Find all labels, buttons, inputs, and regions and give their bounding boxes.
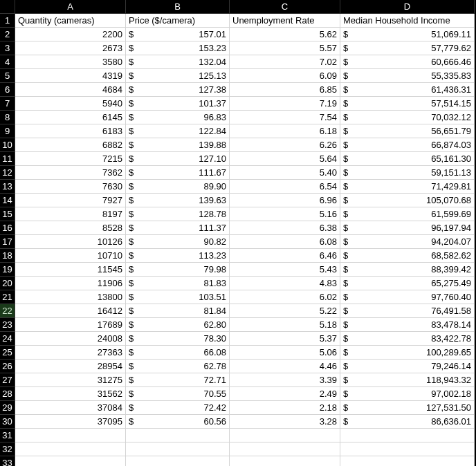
cell-C33[interactable] (230, 456, 340, 466)
row-header-30[interactable]: 30 (0, 415, 15, 429)
cell-A33[interactable] (15, 456, 126, 466)
cell-C22[interactable]: 5.22 (230, 304, 340, 318)
row-header-1[interactable]: 1 (0, 14, 15, 28)
cell-B5[interactable]: $125.13 (126, 69, 230, 83)
cell-A5[interactable]: 4319 (15, 69, 126, 83)
cell-C10[interactable]: 6.26 (230, 138, 340, 152)
row-header-5[interactable]: 5 (0, 69, 15, 83)
cell-D17[interactable]: $94,204.07 (340, 235, 475, 249)
cell-B8[interactable]: $96.83 (126, 111, 230, 124)
row-header-28[interactable]: 28 (0, 387, 15, 401)
cell-D23[interactable]: $83,478.14 (340, 318, 475, 332)
cell-B30[interactable]: $60.56 (126, 415, 230, 429)
row-header-21[interactable]: 21 (0, 290, 15, 304)
cell-A14[interactable]: 7927 (15, 194, 126, 207)
row-header-17[interactable]: 17 (0, 235, 15, 249)
cell-D29[interactable]: $127,531.50 (340, 401, 475, 415)
row-header-18[interactable]: 18 (0, 249, 15, 263)
cell-C18[interactable]: 6.46 (230, 249, 340, 263)
cell-B25[interactable]: $66.08 (126, 346, 230, 360)
cell-B12[interactable]: $111.67 (126, 166, 230, 180)
cell-A27[interactable]: 31275 (15, 373, 126, 387)
cell-C23[interactable]: 5.18 (230, 318, 340, 332)
cell-D32[interactable] (340, 442, 475, 456)
cell-A20[interactable]: 11906 (15, 277, 126, 290)
row-header-31[interactable]: 31 (0, 429, 15, 442)
cell-B11[interactable]: $127.10 (126, 152, 230, 166)
cell-B32[interactable] (126, 442, 230, 456)
cell-B13[interactable]: $89.90 (126, 180, 230, 194)
cell-D14[interactable]: $105,070.68 (340, 194, 475, 207)
row-header-14[interactable]: 14 (0, 194, 15, 207)
cell-B28[interactable]: $70.55 (126, 387, 230, 401)
cell-B15[interactable]: $128.78 (126, 207, 230, 221)
cell-C8[interactable]: 7.54 (230, 111, 340, 124)
row-header-6[interactable]: 6 (0, 83, 15, 97)
cell-C29[interactable]: 2.18 (230, 401, 340, 415)
cell-D1[interactable]: Median Household Income (340, 14, 475, 28)
cell-B18[interactable]: $113.23 (126, 249, 230, 263)
row-header-8[interactable]: 8 (0, 111, 15, 124)
cell-A10[interactable]: 6882 (15, 138, 126, 152)
cell-C26[interactable]: 4.46 (230, 360, 340, 373)
cell-B6[interactable]: $127.38 (126, 83, 230, 97)
cell-D19[interactable]: $88,399.42 (340, 263, 475, 277)
cell-D4[interactable]: $60,666.46 (340, 55, 475, 69)
row-header-4[interactable]: 4 (0, 55, 15, 69)
cell-D3[interactable]: $57,779.62 (340, 41, 475, 55)
cell-D22[interactable]: $76,491.58 (340, 304, 475, 318)
cell-D20[interactable]: $65,275.49 (340, 277, 475, 290)
cell-D16[interactable]: $96,197.94 (340, 221, 475, 235)
cell-B21[interactable]: $103.51 (126, 290, 230, 304)
cell-B19[interactable]: $79.98 (126, 263, 230, 277)
cell-B9[interactable]: $122.84 (126, 124, 230, 138)
cell-A26[interactable]: 28954 (15, 360, 126, 373)
cell-B4[interactable]: $132.04 (126, 55, 230, 69)
cell-C21[interactable]: 6.02 (230, 290, 340, 304)
cell-B27[interactable]: $72.71 (126, 373, 230, 387)
cell-A7[interactable]: 5940 (15, 97, 126, 111)
col-header-A[interactable]: A (15, 0, 126, 14)
cell-D27[interactable]: $118,943.32 (340, 373, 475, 387)
cell-D13[interactable]: $71,429.81 (340, 180, 475, 194)
cell-C4[interactable]: 7.02 (230, 55, 340, 69)
cell-B20[interactable]: $81.83 (126, 277, 230, 290)
cell-D2[interactable]: $51,069.11 (340, 28, 475, 41)
cell-A30[interactable]: 37095 (15, 415, 126, 429)
cell-A32[interactable] (15, 442, 126, 456)
cell-C7[interactable]: 7.19 (230, 97, 340, 111)
row-header-32[interactable]: 32 (0, 442, 15, 456)
cell-C1[interactable]: Unemployment Rate (230, 14, 340, 28)
row-header-25[interactable]: 25 (0, 346, 15, 360)
cell-D18[interactable]: $68,582.62 (340, 249, 475, 263)
row-header-11[interactable]: 11 (0, 152, 15, 166)
cell-A18[interactable]: 10710 (15, 249, 126, 263)
cell-D15[interactable]: $61,599.69 (340, 207, 475, 221)
row-header-13[interactable]: 13 (0, 180, 15, 194)
cell-A12[interactable]: 7362 (15, 166, 126, 180)
row-header-23[interactable]: 23 (0, 318, 15, 332)
row-header-9[interactable]: 9 (0, 124, 15, 138)
col-header-B[interactable]: B (126, 0, 230, 14)
cell-D11[interactable]: $65,161.30 (340, 152, 475, 166)
cell-A4[interactable]: 3580 (15, 55, 126, 69)
cell-D31[interactable] (340, 429, 475, 442)
cell-D7[interactable]: $57,514.15 (340, 97, 475, 111)
cell-C6[interactable]: 6.85 (230, 83, 340, 97)
cell-B1[interactable]: Price ($/camera) (126, 14, 230, 28)
cell-D30[interactable]: $86,636.01 (340, 415, 475, 429)
row-header-2[interactable]: 2 (0, 28, 15, 41)
cell-C28[interactable]: 2.49 (230, 387, 340, 401)
cell-B23[interactable]: $62.80 (126, 318, 230, 332)
cell-C13[interactable]: 6.54 (230, 180, 340, 194)
cell-B17[interactable]: $90.82 (126, 235, 230, 249)
row-header-10[interactable]: 10 (0, 138, 15, 152)
cell-C30[interactable]: 3.28 (230, 415, 340, 429)
cell-C32[interactable] (230, 442, 340, 456)
row-header-20[interactable]: 20 (0, 277, 15, 290)
cell-B31[interactable] (126, 429, 230, 442)
cell-A16[interactable]: 8528 (15, 221, 126, 235)
select-all-corner[interactable] (0, 0, 15, 14)
cell-C14[interactable]: 6.96 (230, 194, 340, 207)
cell-B26[interactable]: $62.78 (126, 360, 230, 373)
